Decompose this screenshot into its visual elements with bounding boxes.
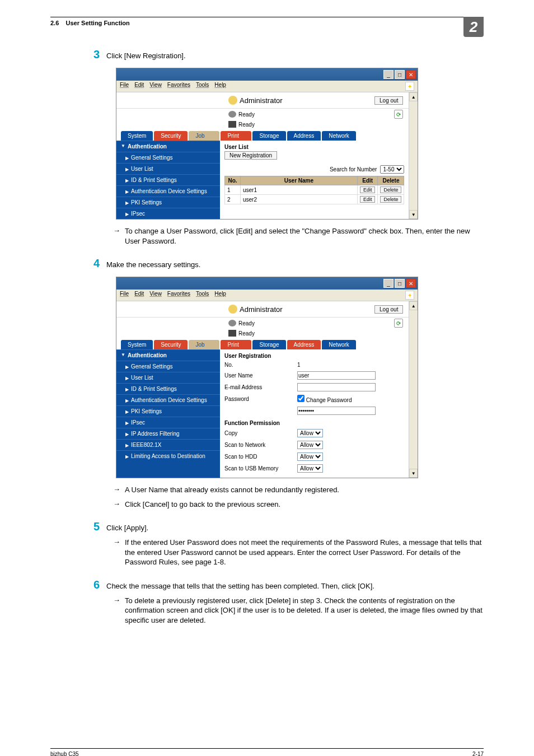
edit-button[interactable]: Edit [360, 196, 376, 203]
scroll-up-icon[interactable]: ▲ [409, 301, 418, 310]
main-tabs: System Security Job Print Storage Addres… [121, 131, 404, 141]
sidebar-authentication[interactable]: ▼Authentication [116, 141, 220, 152]
scroll-down-icon[interactable]: ▼ [409, 210, 418, 219]
copy-select[interactable]: Allow [297, 429, 323, 437]
menu-view[interactable]: View [149, 291, 162, 300]
tab-storage[interactable]: Storage [252, 131, 285, 141]
tab-address[interactable]: Address [287, 131, 321, 141]
section-title: User Setting Function [66, 20, 130, 26]
sidebar-pki[interactable]: ▶PKI Settings [116, 405, 220, 417]
sidebar-pki[interactable]: ▶PKI Settings [116, 197, 220, 208]
maximize-icon[interactable]: □ [395, 279, 405, 288]
sidebar-ipsec[interactable]: ▶IPsec [116, 417, 220, 428]
sidebar-ipsec[interactable]: ▶IPsec [116, 208, 220, 219]
step-4-note-1: A User Name that already exists cannot b… [125, 485, 484, 495]
scroll-up-icon[interactable]: ▲ [409, 92, 418, 101]
delete-button[interactable]: Delete [380, 186, 401, 193]
menu-tools[interactable]: Tools [196, 291, 209, 300]
tab-address[interactable]: Address [287, 340, 321, 349]
printer-icon [228, 330, 236, 337]
minimize-icon[interactable]: _ [383, 279, 394, 288]
refresh-icon[interactable]: ⟳ [394, 319, 403, 328]
email-label: E-mail Address [224, 384, 297, 390]
arrow-icon: → [113, 596, 120, 626]
menu-help[interactable]: Help [214, 82, 226, 91]
scan-usb-select[interactable]: Allow [297, 464, 323, 473]
email-input[interactable] [297, 383, 376, 391]
scrollbar[interactable]: ▲ ▼ [409, 301, 418, 478]
search-range-select[interactable]: 1-50 [380, 165, 404, 174]
password-label: Password [224, 396, 297, 402]
sidebar-general-settings[interactable]: ▶General Settings [116, 361, 220, 372]
new-registration-button[interactable]: New Registration [224, 151, 277, 160]
scan-network-select[interactable]: Allow [297, 441, 323, 449]
sidebar-user-list[interactable]: ▶User List [116, 372, 220, 383]
sidebar-id-print[interactable]: ▶ID & Print Settings [116, 174, 220, 185]
refresh-icon[interactable]: ⟳ [394, 110, 403, 119]
step-4-num: 4 [84, 257, 106, 270]
sidebar-auth-device[interactable]: ▶Authentication Device Settings [116, 185, 220, 197]
tab-security[interactable]: Security [154, 340, 188, 349]
step-5-note: If the entered User Password does not me… [125, 538, 484, 567]
scroll-down-icon[interactable]: ▼ [409, 469, 418, 478]
admin-label: Administrator [240, 305, 283, 314]
menu-edit[interactable]: Edit [134, 82, 144, 91]
maximize-icon[interactable]: □ [395, 70, 405, 79]
tab-system[interactable]: System [121, 340, 153, 349]
tab-network[interactable]: Network [322, 131, 356, 141]
logout-button[interactable]: Log out [374, 305, 403, 314]
sidebar-auth-device[interactable]: ▶Authentication Device Settings [116, 394, 220, 405]
tab-print[interactable]: Print [221, 340, 251, 349]
panel-title: User Registration [224, 353, 404, 359]
menubar: File Edit View Favorites Tools Help ✦ [116, 290, 418, 301]
menu-file[interactable]: File [120, 291, 129, 300]
menu-help[interactable]: Help [214, 291, 226, 300]
sidebar-user-list[interactable]: ▶User List [116, 163, 220, 174]
tab-system[interactable]: System [121, 131, 153, 141]
step-6-text: Check the message that tells that the se… [106, 578, 484, 591]
password-input[interactable] [297, 407, 376, 415]
tab-job[interactable]: Job [189, 131, 219, 141]
table-row: 1 user1 Edit Delete [225, 185, 404, 195]
delete-button[interactable]: Delete [380, 196, 401, 203]
sidebar-general-settings[interactable]: ▶General Settings [116, 152, 220, 163]
close-icon[interactable]: ✕ [406, 279, 416, 288]
sidebar-authentication[interactable]: ▼Authentication [116, 349, 220, 361]
footer-product: bizhub C35 [50, 751, 79, 756]
username-input[interactable] [297, 371, 376, 380]
sidebar-limiting[interactable]: ▶Limiting Access to Destination [116, 450, 220, 461]
admin-icon [228, 96, 237, 105]
col-delete: Delete [378, 176, 404, 185]
menu-favorites[interactable]: Favorites [167, 82, 190, 91]
sidebar-id-print[interactable]: ▶ID & Print Settings [116, 383, 220, 394]
no-value: 1 [297, 362, 404, 368]
change-password-checkbox[interactable] [297, 395, 305, 402]
chapter-badge: 2 [463, 17, 484, 37]
scan-hdd-select[interactable]: Allow [297, 452, 323, 461]
arrow-icon: → [113, 538, 120, 567]
scrollbar[interactable]: ▲ ▼ [409, 92, 418, 219]
main-tabs: System Security Job Print Storage Addres… [121, 340, 404, 349]
edit-button[interactable]: Edit [360, 186, 376, 193]
menu-favorites[interactable]: Favorites [167, 291, 190, 300]
menu-edit[interactable]: Edit [134, 291, 144, 300]
close-icon[interactable]: ✕ [406, 70, 416, 79]
tab-job[interactable]: Job [189, 340, 219, 349]
panel-title: User List [224, 144, 404, 150]
tab-storage[interactable]: Storage [252, 340, 285, 349]
step-4-note-2: Click [Cancel] to go back to the previou… [125, 500, 484, 510]
tab-network[interactable]: Network [322, 340, 356, 349]
menu-file[interactable]: File [120, 82, 129, 91]
ready-status-2: Ready [238, 330, 255, 337]
ready-status-2: Ready [238, 122, 255, 128]
menu-tools[interactable]: Tools [196, 82, 209, 91]
step-5-text: Click [Apply]. [106, 520, 484, 533]
logout-button[interactable]: Log out [374, 96, 403, 105]
tab-print[interactable]: Print [221, 131, 251, 141]
menu-view[interactable]: View [149, 82, 162, 91]
sidebar-ip-filter[interactable]: ▶IP Address Filtering [116, 428, 220, 439]
cloud-icon [228, 111, 236, 118]
tab-security[interactable]: Security [154, 131, 188, 141]
sidebar-ieee[interactable]: ▶IEEE802.1X [116, 439, 220, 450]
minimize-icon[interactable]: _ [383, 70, 394, 79]
